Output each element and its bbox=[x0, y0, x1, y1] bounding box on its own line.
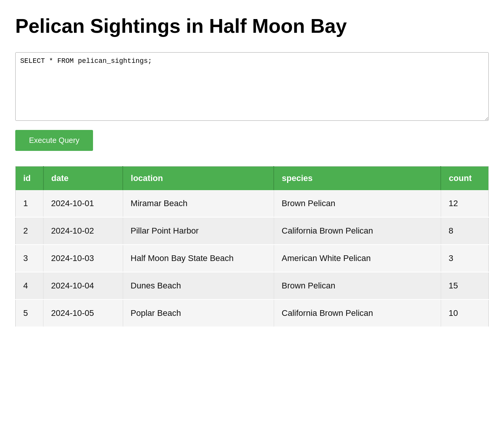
sql-query-input[interactable] bbox=[15, 52, 489, 121]
cell-date: 2024-10-03 bbox=[43, 245, 123, 272]
cell-id: 1 bbox=[16, 190, 43, 217]
header-id: id bbox=[16, 167, 43, 191]
cell-id: 2 bbox=[16, 217, 43, 245]
cell-location: Half Moon Bay State Beach bbox=[123, 245, 274, 272]
cell-location: Poplar Beach bbox=[123, 299, 274, 327]
table-row: 12024-10-01Miramar BeachBrown Pelican12 bbox=[16, 190, 489, 217]
cell-species: American White Pelican bbox=[274, 245, 441, 272]
cell-species: Brown Pelican bbox=[274, 272, 441, 299]
cell-id: 5 bbox=[16, 299, 43, 327]
cell-count: 12 bbox=[441, 190, 488, 217]
cell-id: 3 bbox=[16, 245, 43, 272]
table-row: 42024-10-04Dunes BeachBrown Pelican15 bbox=[16, 272, 489, 299]
table-row: 22024-10-02Pillar Point HarborCalifornia… bbox=[16, 217, 489, 245]
header-species: species bbox=[274, 167, 441, 191]
cell-location: Pillar Point Harbor bbox=[123, 217, 274, 245]
cell-date: 2024-10-05 bbox=[43, 299, 123, 327]
page-title: Pelican Sightings in Half Moon Bay bbox=[15, 15, 489, 37]
results-table: id date location species count 12024-10-… bbox=[15, 166, 489, 327]
header-location: location bbox=[123, 167, 274, 191]
table-header-row: id date location species count bbox=[16, 167, 489, 191]
execute-query-button[interactable]: Execute Query bbox=[15, 130, 93, 151]
cell-id: 4 bbox=[16, 272, 43, 299]
cell-count: 10 bbox=[441, 299, 488, 327]
cell-date: 2024-10-02 bbox=[43, 217, 123, 245]
cell-date: 2024-10-01 bbox=[43, 190, 123, 217]
cell-species: California Brown Pelican bbox=[274, 299, 441, 327]
cell-location: Dunes Beach bbox=[123, 272, 274, 299]
cell-species: California Brown Pelican bbox=[274, 217, 441, 245]
cell-count: 8 bbox=[441, 217, 488, 245]
cell-count: 3 bbox=[441, 245, 488, 272]
cell-location: Miramar Beach bbox=[123, 190, 274, 217]
header-count: count bbox=[441, 167, 488, 191]
cell-count: 15 bbox=[441, 272, 488, 299]
header-date: date bbox=[43, 167, 123, 191]
table-row: 52024-10-05Poplar BeachCalifornia Brown … bbox=[16, 299, 489, 327]
cell-species: Brown Pelican bbox=[274, 190, 441, 217]
cell-date: 2024-10-04 bbox=[43, 272, 123, 299]
table-row: 32024-10-03Half Moon Bay State BeachAmer… bbox=[16, 245, 489, 272]
